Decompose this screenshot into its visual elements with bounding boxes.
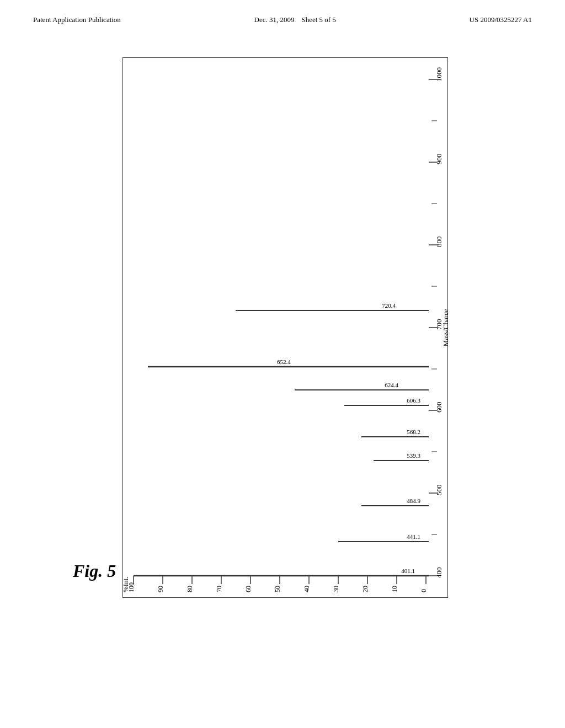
y-tick-800: 800 (435, 237, 443, 248)
chart-svg: 400 500 600 700 800 900 1000 Mass/Charge (122, 57, 448, 598)
x-tick-90: 90 (157, 586, 164, 592)
header-right: US 2009/0325227 A1 (470, 15, 532, 24)
x-tick-0: 0 (420, 589, 428, 592)
x-axis-label: %Int. (122, 576, 130, 592)
x-tick-60: 60 (244, 586, 252, 592)
chart-area: 400 500 600 700 800 900 1000 Mass/Charge (122, 57, 448, 598)
figure-container: Fig. 5 400 (89, 46, 476, 653)
y-tick-900: 900 (435, 154, 443, 165)
header-left: Patent Application Publication (33, 15, 121, 24)
peak-label-568: 568.2 (407, 429, 420, 435)
figure-label: Fig. 5 (73, 561, 116, 581)
x-tick-10: 10 (391, 586, 398, 592)
peak-label-720: 720.4 (382, 302, 396, 309)
peak-label-606: 606.3 (407, 397, 420, 404)
peak-label-441: 441.1 (407, 533, 420, 540)
peak-label-485: 484.9 (407, 497, 420, 504)
x-tick-40: 40 (303, 586, 311, 592)
peak-label-652: 652.4 (277, 358, 291, 365)
x-tick-50: 50 (274, 586, 281, 592)
x-tick-80: 80 (186, 586, 194, 592)
x-tick-30: 30 (332, 586, 340, 592)
y-tick-1000: 1000 (435, 67, 443, 82)
x-tick-70: 70 (215, 586, 223, 592)
y-tick-400: 400 (435, 568, 443, 579)
x-tick-20: 20 (361, 586, 369, 592)
peak-label-539: 539.3 (407, 452, 420, 459)
y-axis-label: Mass/Charge (441, 309, 448, 347)
peak-label-401: 401.1 (401, 568, 415, 574)
y-tick-600: 600 (435, 402, 443, 413)
peak-label-624: 624.4 (385, 382, 398, 388)
header-center: Dec. 31, 2009 Sheet 5 of 5 (254, 15, 336, 24)
page-header: Patent Application Publication Dec. 31, … (0, 0, 565, 24)
y-tick-500: 500 (435, 485, 443, 496)
